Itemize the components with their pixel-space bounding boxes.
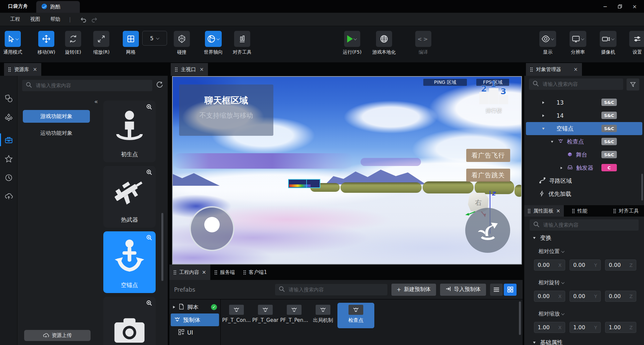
tab-project-content[interactable]: 工程内容 × [169,265,210,280]
chatbox-zone[interactable]: 聊天框区域 不支持缩放与移动 [179,84,273,136]
label-relative-scale[interactable]: 相对缩放 [538,310,565,318]
joystick-knob[interactable] [204,217,220,232]
label-relative-rotation[interactable]: 相对旋转 [538,279,565,286]
leaderboard-podium-icon[interactable]: 1 2 3 [479,81,508,104]
briefcase-icon[interactable] [5,136,13,144]
library-scrollbar[interactable] [161,213,163,281]
close-icon[interactable]: × [202,269,206,275]
jump-button[interactable] [465,208,510,253]
ping-zone-badge[interactable]: PING 区域 [423,79,467,86]
rotation-z-field[interactable]: 0.00Z [605,291,636,302]
virtual-joystick[interactable] [190,206,234,251]
tab-performance[interactable]: 性能 [569,205,591,217]
drag-handle-icon[interactable] [572,209,575,214]
tab-object-manager[interactable]: 对象管理器 × [526,63,582,76]
undo-icon[interactable] [79,16,87,22]
tab-server[interactable]: 服务端 [210,265,239,280]
scale-y-field[interactable]: 1.00Y [570,322,601,333]
track-platform[interactable] [340,182,422,193]
zoom-in-icon[interactable] [146,104,153,112]
close-button[interactable]: × [627,0,642,13]
tool-world-axis[interactable]: 世界轴向 [204,31,223,55]
drag-handle-icon[interactable] [613,209,616,214]
tool-move[interactable]: 移动(W) [38,31,55,55]
prefab-item[interactable]: PF_T_Gear [251,303,280,323]
tree-row-stage[interactable]: 舞台 S&C [524,148,644,161]
category-game-objects[interactable]: 游戏功能对象 [23,110,90,123]
prefab-item[interactable]: 出局机制 [309,303,337,324]
drag-handle-icon[interactable] [214,270,217,275]
position-z-field[interactable]: 0.00Z [605,260,636,271]
project-tab[interactable]: 跑酷 [36,1,80,13]
tab-align-tool[interactable]: 对齐工具 [610,205,642,217]
prefab-item[interactable]: PF_T_Pen... [280,303,309,323]
asset-spawn-point[interactable]: 初生点 [103,101,156,162]
tool-resolution[interactable]: 分辨率 [570,31,586,55]
menu-project[interactable]: 工程 [10,16,20,22]
drag-handle-icon[interactable] [530,67,533,72]
close-icon[interactable]: × [200,66,204,72]
ad-skip-button[interactable]: 看广告跳关 [466,169,510,182]
section-transform[interactable]: 变换 [533,234,551,242]
asset-anchor[interactable]: 空锚点 [103,231,156,293]
track-platform[interactable] [515,185,522,197]
label-relative-position[interactable]: 相对位置 [538,248,565,255]
tree-item-scripts[interactable]: 脚本 ✓ [169,301,220,313]
drag-handle-icon[interactable] [175,67,178,72]
library-search-input[interactable] [35,82,149,89]
tool-run[interactable]: 运行(F5) [343,31,362,55]
prefab-item[interactable]: PF_T_Con... [222,303,251,323]
position-y-field[interactable]: 0.00Y [570,260,601,271]
tool-align[interactable]: 对齐工具 [233,31,252,55]
tool-display[interactable]: 显示 [539,31,556,55]
grid-size-dropdown[interactable]: 5 [142,31,167,46]
close-icon[interactable]: × [556,208,560,214]
tool-grid[interactable]: 网格 [123,31,139,55]
asset-weapon[interactable]: 热武器 [103,166,156,228]
tree-row-14[interactable]: 14 S&C [524,109,644,122]
collapse-icon[interactable]: « [94,98,98,105]
tool-select-mode[interactable]: 通用模式 [3,31,22,55]
minimize-button[interactable]: − [598,0,612,13]
new-prefab-button[interactable]: +新建预制体 [391,284,436,296]
tool-rotate[interactable]: 旋转(E) [65,31,81,55]
track-platform[interactable] [423,181,474,193]
tree-row-anchor-selected[interactable]: 空锚点 S&C [526,122,642,135]
position-x-field[interactable]: 0.00X [534,260,565,271]
tool-compile[interactable]: <> 编译 [415,31,431,55]
viewport[interactable]: 聊天框区域 不支持缩放与移动 PING 区域 FPS 区域 1 2 3 排行榜 … [172,76,522,265]
import-prefab-button[interactable]: 导入预制体 [440,284,486,296]
tree-row-13[interactable]: 13 S&C [524,96,644,109]
drag-handle-icon[interactable] [243,270,246,275]
section-base-properties[interactable]: 基础属性 [533,339,563,345]
tool-camera[interactable]: 摄像机 [600,31,616,55]
tree-item-prefabs[interactable]: 预制体 [171,313,219,326]
tree-row-pathfinding[interactable]: 寻路区域 [524,174,644,187]
outliner-search-input[interactable] [542,81,620,88]
expand-icon[interactable] [542,101,544,104]
redo-icon[interactable] [91,16,98,22]
outliner-scrollbar[interactable] [641,174,643,200]
prefab-item-selected[interactable]: 检查点 [337,303,374,328]
cloud-upload-icon[interactable] [5,192,13,200]
tree-row-preload[interactable]: 优先加载 [524,187,644,200]
close-icon[interactable]: × [33,66,37,72]
expand-icon[interactable] [173,306,175,308]
zoom-in-icon[interactable] [146,300,153,308]
tool-scale[interactable]: 缩放(R) [93,31,110,55]
tab-main-viewport[interactable]: 主视口 × [171,63,208,76]
expand-icon[interactable] [542,114,544,117]
models-icon[interactable] [5,113,13,121]
content-scrollbar[interactable] [519,301,521,335]
content-search-input[interactable] [288,286,384,293]
expand-icon[interactable] [560,167,562,169]
close-icon[interactable]: × [574,66,578,72]
scale-x-field[interactable]: 1.00X [534,322,565,333]
tab-library[interactable]: 资源库 × [4,63,41,76]
tab-client1[interactable]: 客户端1 [239,265,271,280]
tree-row-checkpoint[interactable]: 检查点 S&C [524,135,644,148]
rotation-y-field[interactable]: 0.00Y [570,291,601,302]
menu-help[interactable]: 帮助 [50,16,60,22]
tool-localization[interactable]: 游戏本地化 [372,31,396,55]
tab-properties[interactable]: 属性面板 × [524,205,564,217]
